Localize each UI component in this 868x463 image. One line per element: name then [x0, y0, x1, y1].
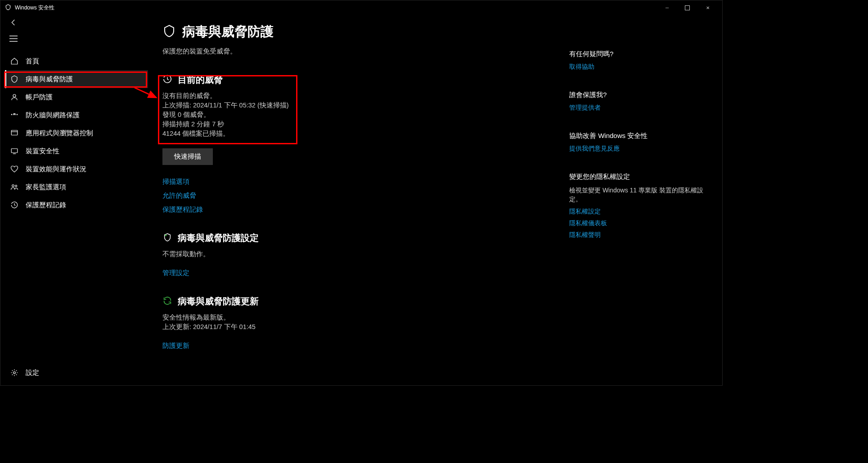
refresh-icon — [162, 296, 172, 307]
update-status: 安全性情報為最新版。 — [162, 313, 486, 322]
history-icon — [10, 201, 18, 209]
allowed-threats-link[interactable]: 允許的威脅 — [162, 191, 486, 200]
sidebar-item-deviceperf[interactable]: 裝置效能與運作狀況 — [5, 160, 148, 178]
heart-icon — [10, 165, 18, 173]
minimize-button[interactable]: ─ — [657, 1, 677, 14]
page-title: 病毒與威脅防護 — [182, 23, 274, 41]
sidebar-item-firewall[interactable]: 防火牆與網路保護 — [5, 106, 148, 124]
settings-status: 不需採取動作。 — [162, 249, 486, 259]
sidebar: 首頁 病毒與威脅防護 帳戶防護 防火牆與網路保護 應用程式與瀏覽器控制 裝置安全… — [5, 52, 148, 214]
maximize-button[interactable] — [677, 1, 697, 14]
sidebar-label: 保護歷程記錄 — [26, 201, 66, 209]
sidebar-label: 帳戶防護 — [26, 93, 53, 102]
title-bar: Windows 安全性 ─ ✕ — [0, 0, 722, 15]
appbrowser-icon — [10, 129, 18, 137]
privacy-dashboard-link[interactable]: 隱私權儀表板 — [569, 219, 704, 227]
sidebar-label: 首頁 — [26, 57, 39, 66]
right-who-title: 誰會保護我? — [569, 91, 704, 99]
history-icon — [162, 74, 172, 86]
sidebar-item-virus[interactable]: 病毒與威脅防護 — [5, 70, 148, 88]
right-privacy-text: 檢視並變更 Windows 11 專業版 裝置的隱私權設定。 — [569, 186, 704, 204]
svg-point-12 — [165, 234, 167, 236]
sidebar-item-home[interactable]: 首頁 — [5, 52, 148, 70]
svg-rect-7 — [11, 149, 18, 153]
manage-providers-link[interactable]: 管理提供者 — [569, 104, 704, 112]
right-questions-title: 有任何疑問嗎? — [569, 50, 704, 58]
section-title-current-threats: 目前的威脅 — [178, 74, 223, 86]
sidebar-label: 設定 — [26, 369, 39, 377]
protection-history-link[interactable]: 保護歷程記錄 — [162, 205, 486, 214]
svg-point-4 — [13, 94, 16, 97]
sidebar-item-appbrowser[interactable]: 應用程式與瀏覽器控制 — [5, 124, 148, 142]
svg-rect-5 — [11, 130, 18, 135]
protection-updates-link[interactable]: 防護更新 — [162, 342, 486, 350]
shield-icon — [5, 4, 11, 12]
hamburger-button[interactable] — [9, 35, 18, 43]
last-update: 上次更新: 2024/11/7 下午 01:45 — [162, 322, 486, 332]
window-title: Windows 安全性 — [15, 4, 54, 12]
sidebar-label: 裝置安全性 — [26, 147, 59, 156]
sidebar-label: 應用程式與瀏覽器控制 — [26, 129, 93, 138]
sidebar-item-account[interactable]: 帳戶防護 — [5, 88, 148, 106]
device-icon — [10, 147, 18, 155]
sidebar-label: 防火牆與網路保護 — [26, 111, 80, 120]
sidebar-item-history[interactable]: 保護歷程記錄 — [5, 196, 148, 214]
sidebar-item-devicesec[interactable]: 裝置安全性 — [5, 142, 148, 160]
firewall-icon — [10, 111, 18, 119]
svg-point-11 — [13, 372, 16, 374]
sidebar-label: 病毒與威脅防護 — [26, 75, 73, 84]
scan-options-link[interactable]: 掃描選項 — [162, 178, 486, 186]
privacy-statement-link[interactable]: 隱私權聲明 — [569, 231, 704, 239]
sidebar-item-settings[interactable]: 設定 — [5, 364, 45, 382]
threat-status: 沒有目前的威脅。 — [162, 91, 486, 101]
sidebar-label: 家長監護選項 — [26, 183, 66, 191]
feedback-link[interactable]: 提供我們意見反應 — [569, 145, 704, 153]
right-privacy-title: 變更您的隱私權設定 — [569, 173, 704, 181]
svg-rect-0 — [685, 5, 690, 10]
sidebar-label: 裝置效能與運作狀況 — [26, 165, 86, 174]
gear-shield-icon — [162, 232, 172, 244]
section-title-updates: 病毒與威脅防護更新 — [178, 295, 259, 307]
privacy-settings-link[interactable]: 隱私權設定 — [569, 208, 704, 216]
shield-icon — [162, 23, 176, 40]
svg-point-9 — [12, 185, 14, 187]
quick-scan-button[interactable]: 快速掃描 — [162, 148, 213, 165]
gear-icon — [10, 369, 18, 377]
get-help-link[interactable]: 取得協助 — [569, 63, 704, 71]
last-scan: 上次掃描: 2024/11/1 下午 05:32 (快速掃描) — [162, 101, 486, 110]
svg-point-10 — [15, 185, 17, 187]
account-icon — [10, 93, 18, 101]
sidebar-item-family[interactable]: 家長監護選項 — [5, 178, 148, 196]
manage-settings-link[interactable]: 管理設定 — [162, 269, 486, 277]
home-icon — [10, 57, 18, 65]
back-button[interactable] — [9, 18, 18, 27]
family-icon — [10, 183, 18, 191]
right-improve-title: 協助改善 Windows 安全性 — [569, 132, 704, 140]
shield-icon — [10, 75, 18, 83]
page-subtitle: 保護您的裝置免受威脅。 — [162, 47, 486, 56]
files-scanned: 41244 個檔案已掃描。 — [162, 129, 486, 138]
threats-found: 發現 0 個威脅。 — [162, 110, 486, 120]
section-title-settings: 病毒與威脅防護設定 — [178, 232, 259, 244]
scan-duration: 掃描持續 2 分鐘 7 秒 — [162, 120, 486, 129]
close-button[interactable]: ✕ — [697, 1, 718, 14]
